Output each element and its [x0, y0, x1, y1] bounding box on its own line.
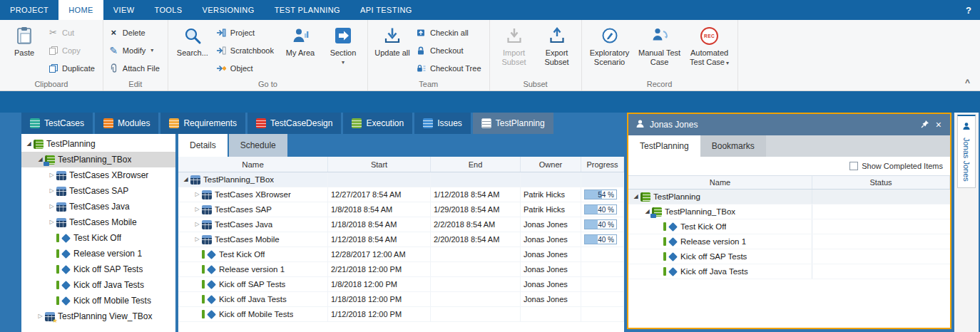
left-tree-row[interactable]: Kick off SAP Tests: [21, 261, 175, 277]
export-subset-button[interactable]: Export Subset: [536, 21, 578, 67]
menu-item-api-testing[interactable]: API TESTING: [350, 0, 422, 20]
tab-details[interactable]: Details: [178, 134, 228, 157]
user-tree-row[interactable]: ◢TestPlanning: [628, 190, 950, 204]
tree-expander[interactable]: ▷: [36, 313, 45, 319]
left-tree-row[interactable]: Release version 1: [21, 246, 175, 261]
automated-dropdown-caret-icon[interactable]: ▾: [726, 60, 729, 66]
details-table-row[interactable]: ▷TestCases Java1/18/2018 8:54 AM2/2/2018…: [178, 217, 624, 232]
tree-expander[interactable]: ▷: [193, 222, 202, 227]
goto-project-button[interactable]: Project: [215, 25, 278, 40]
menu-item-tools[interactable]: TOOLS: [144, 0, 192, 20]
manual-test-case-button[interactable]: Manual Test Case: [636, 21, 684, 67]
tree-expander[interactable]: ▷: [47, 172, 56, 178]
tree-expander[interactable]: ▷: [193, 237, 202, 242]
column-header-name[interactable]: Name: [178, 157, 328, 172]
column-header-end[interactable]: End: [431, 157, 521, 172]
details-table-row[interactable]: Kick off Mobile Tests1/12/2018 12:00 PM: [178, 307, 624, 322]
column-header-progress[interactable]: Progress: [581, 157, 624, 172]
menu-item-versioning[interactable]: VERSIONING: [193, 0, 265, 20]
details-table-row[interactable]: Kick off Java Tests1/18/2018 12:00 PMJon…: [178, 292, 624, 307]
left-tree-row[interactable]: ▷TestCases Java: [21, 199, 175, 214]
tree-expander[interactable]: ◢: [24, 141, 34, 147]
column-header-owner[interactable]: Owner: [521, 157, 581, 172]
details-table-row[interactable]: ▷TestCases XBrowser12/27/2017 8:54 AM1/1…: [178, 187, 624, 202]
progress-bar: 40 %: [584, 219, 617, 229]
help-button[interactable]: ?: [966, 0, 971, 20]
tree-expander[interactable]: ▷: [193, 207, 202, 212]
user-column-header-name[interactable]: Name: [628, 176, 812, 189]
tab-issues[interactable]: Issues: [414, 113, 471, 134]
left-tree-row[interactable]: ▷TestCases XBrowser: [21, 167, 175, 183]
collapse-ribbon-button[interactable]: ^: [965, 79, 970, 86]
section-dropdown-caret-icon[interactable]: ▾: [342, 60, 344, 66]
column-header-start[interactable]: Start: [328, 157, 431, 172]
user-tab-bookmarks[interactable]: Bookmarks: [700, 135, 766, 157]
copy-button[interactable]: Copy: [46, 43, 99, 58]
tree-expander[interactable]: ▷: [47, 219, 56, 225]
tab-requirements[interactable]: Requirements: [160, 113, 245, 134]
exploratory-scenario-button[interactable]: Exploratory Scenario: [586, 21, 634, 67]
checkin-all-button[interactable]: Checkin all: [414, 25, 486, 40]
progress-label: 54 %: [598, 190, 614, 199]
tab-testcases[interactable]: TestCases: [21, 113, 93, 134]
menu-item-project[interactable]: PROJECT: [0, 0, 58, 20]
tab-testplanning[interactable]: TestPlanning: [473, 113, 553, 134]
pin-icon[interactable]: [921, 120, 929, 130]
show-completed-checkbox[interactable]: [849, 162, 858, 170]
section-button[interactable]: Section ▾: [322, 21, 364, 66]
left-tree-row[interactable]: Kick off Mobile Tests: [21, 293, 175, 308]
left-tree-row[interactable]: Test Kick Off: [21, 230, 175, 246]
tab-execution[interactable]: Execution: [343, 113, 412, 134]
goto-scratchbook-button[interactable]: Scratchbook: [215, 43, 278, 58]
left-tree-row[interactable]: ▷TestCases Mobile: [21, 214, 175, 230]
menu-item-home[interactable]: HOME: [58, 0, 103, 20]
user-tree-row[interactable]: Test Kick Off: [628, 219, 950, 234]
left-tree-row[interactable]: ◢TestPlanning: [21, 136, 175, 152]
modify-dropdown-caret-icon[interactable]: ▾: [150, 47, 153, 53]
left-tree-row[interactable]: ◢TestPlanning_TBox: [21, 152, 175, 167]
tab-testcasedesign[interactable]: TestCaseDesign: [247, 113, 341, 134]
paste-button[interactable]: Paste: [4, 21, 45, 58]
update-all-button[interactable]: Update all: [372, 21, 413, 58]
tree-expander[interactable]: ▷: [47, 204, 56, 209]
details-table-row[interactable]: ◢TestPlanning_TBox: [178, 172, 624, 187]
left-tree-row[interactable]: Kick off Java Tests: [21, 277, 175, 293]
user-side-tab[interactable]: Jonas Jones: [957, 115, 976, 188]
details-table-row[interactable]: ▷TestCases Mobile1/12/2018 8:54 AM2/20/2…: [178, 232, 624, 247]
left-tree-row[interactable]: ▷TestPlanning View_TBox: [21, 308, 175, 324]
tree-expander[interactable]: ▷: [47, 188, 56, 194]
tab-modules[interactable]: Modules: [95, 113, 158, 134]
import-subset-button[interactable]: Import Subset: [494, 21, 535, 67]
tree-expander[interactable]: ▷: [193, 192, 202, 197]
tree-expander[interactable]: ◢: [631, 194, 640, 199]
my-area-button[interactable]: My Area: [280, 21, 321, 58]
user-tree-row[interactable]: Kick off Java Tests: [628, 264, 950, 279]
goto-object-button[interactable]: Object: [215, 61, 278, 76]
details-table-row[interactable]: Test Kick Off12/28/2017 12:00 AMJonas Jo…: [178, 247, 624, 262]
delete-button[interactable]: × Delete: [107, 25, 164, 40]
user-tab-testplanning[interactable]: TestPlanning: [628, 135, 700, 157]
checkout-button[interactable]: Checkout: [414, 43, 486, 58]
menu-item-view[interactable]: VIEW: [103, 0, 145, 20]
user-tree-row[interactable]: ◢TestPlanning_TBox: [628, 204, 950, 219]
attach-file-button[interactable]: Attach File: [107, 61, 164, 76]
details-table-row[interactable]: Kick off SAP Tests1/8/2018 12:00 PMJonas…: [178, 277, 624, 292]
tab-schedule[interactable]: Schedule: [229, 134, 287, 157]
details-table-row[interactable]: ▷TestCases SAP1/8/2018 8:54 AM1/29/2018 …: [178, 202, 624, 217]
automated-test-case-button[interactable]: REC Automated Test Case▾: [685, 21, 734, 68]
duplicate-button[interactable]: Duplicate: [46, 61, 99, 76]
modify-button[interactable]: ✎ Modify ▾: [107, 43, 164, 58]
menu-item-test-planning[interactable]: TEST PLANNING: [265, 0, 350, 20]
user-column-header-status[interactable]: Status: [812, 176, 950, 189]
cut-button[interactable]: ✂ Cut: [46, 25, 99, 40]
left-tree-row[interactable]: ▷TestCases SAP: [21, 183, 175, 199]
tab-testcases-label: TestCases: [44, 118, 84, 128]
item-label: TestPlanning_TBox: [58, 155, 131, 165]
details-table-row[interactable]: Release version 12/21/2018 12:00 PMJonas…: [178, 262, 624, 277]
close-icon[interactable]: ×: [934, 120, 943, 130]
user-tree-row[interactable]: Kick off SAP Tests: [628, 249, 950, 264]
checkout-tree-button[interactable]: Checkout Tree: [414, 61, 486, 76]
search-button[interactable]: Search...: [172, 21, 213, 58]
tree-expander[interactable]: ◢: [181, 177, 190, 182]
user-tree-row[interactable]: Release version 1: [628, 234, 950, 249]
